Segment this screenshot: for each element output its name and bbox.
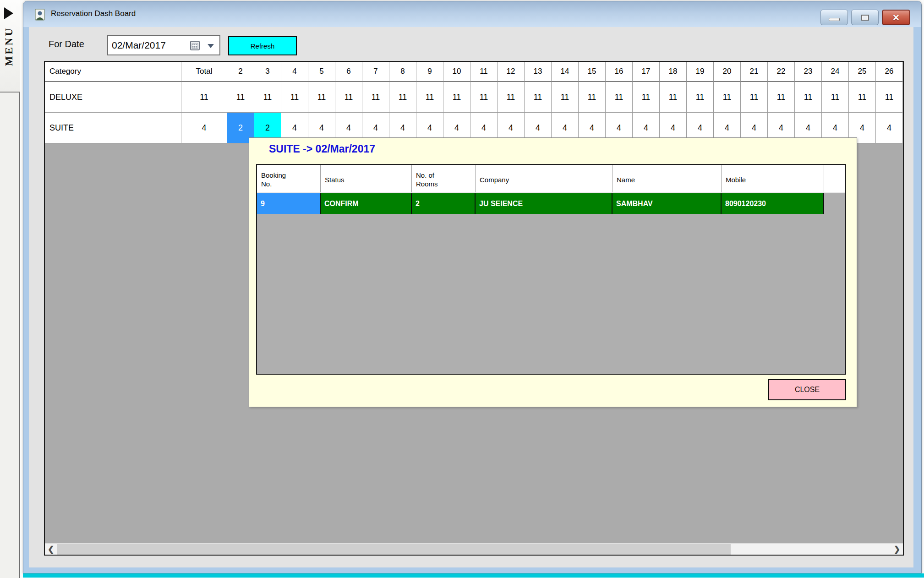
availability-cell[interactable]: 11	[552, 82, 579, 113]
availability-cell[interactable]: 11	[849, 82, 876, 113]
day-column-header: 22	[768, 62, 795, 82]
day-column-header: 19	[687, 62, 714, 82]
availability-cell[interactable]: 11	[254, 82, 281, 113]
day-column-header: 10	[443, 62, 470, 82]
availability-cell[interactable]: 11	[335, 82, 362, 113]
total-cell: 11	[181, 82, 227, 113]
day-column-header: 25	[849, 62, 876, 82]
refresh-button[interactable]: Refresh	[228, 36, 297, 55]
booking-row-header-cell[interactable]: 9	[257, 193, 321, 214]
availability-cell[interactable]: 4	[876, 113, 903, 143]
availability-cell[interactable]: 11	[416, 82, 443, 113]
grid-column-header: No. ofRooms	[412, 165, 476, 192]
availability-cell[interactable]: 11	[714, 82, 741, 113]
availability-header-row: CategoryTotal234567891011121314151617181…	[45, 62, 903, 82]
day-column-header: 17	[633, 62, 660, 82]
availability-cell[interactable]: 11	[795, 82, 822, 113]
scroll-right-arrow-icon[interactable]: ❯	[891, 544, 903, 555]
reservation-dashboard-window: Reservation Dash Board ✕ For Date 02/Mar…	[23, 1, 922, 573]
window-controls: ✕	[820, 10, 910, 25]
horizontal-scrollbar[interactable]: ❮ ❯	[45, 543, 903, 555]
day-column-header: 14	[552, 62, 579, 82]
booking-detail-popup: SUITE -> 02/Mar/2017 BookingNo.StatusNo.…	[249, 137, 857, 407]
availability-cell[interactable]: 11	[389, 82, 416, 113]
for-date-label: For Date	[49, 39, 84, 49]
day-column-header: 11	[470, 62, 498, 82]
day-column-header: 26	[876, 62, 903, 82]
day-column-header: 3	[254, 62, 281, 82]
booking-grid: BookingNo.StatusNo. ofRoomsCompanyNameMo…	[256, 164, 846, 375]
grid-column-header: Name	[612, 165, 722, 192]
availability-cell[interactable]: 11	[633, 82, 660, 113]
close-icon: ✕	[892, 12, 900, 23]
grid-column-header: Status	[321, 165, 412, 192]
total-cell: 4	[181, 113, 227, 143]
availability-cell[interactable]: 11	[741, 82, 768, 113]
availability-cell[interactable]: 11	[822, 82, 849, 113]
popup-close-button[interactable]: CLOSE	[768, 379, 846, 400]
day-column-header: 20	[714, 62, 741, 82]
booking-cell[interactable]: CONFIRM	[321, 193, 412, 214]
grid-column-header: Mobile	[722, 165, 824, 192]
day-column-header: 2	[227, 62, 254, 82]
availability-cell[interactable]: 11	[687, 82, 714, 113]
day-column-header: 7	[362, 62, 389, 82]
availability-cell[interactable]: 11	[308, 82, 335, 113]
availability-cell[interactable]: 11	[606, 82, 633, 113]
menu-panel: MENU	[0, 0, 20, 578]
minimize-button[interactable]	[820, 10, 848, 25]
date-picker[interactable]: 02/Mar/2017	[107, 35, 220, 55]
availability-cell[interactable]: 11	[281, 82, 308, 113]
booking-cell[interactable]: SAMBHAV	[612, 193, 722, 214]
availability-cell[interactable]: 11	[660, 82, 687, 113]
date-dropdown-arrow-icon[interactable]	[208, 44, 214, 48]
category-cell: DELUXE	[45, 82, 181, 113]
maximize-icon	[861, 15, 869, 21]
day-column-header: 9	[416, 62, 443, 82]
day-column-header: 24	[822, 62, 849, 82]
availability-cell[interactable]: 11	[227, 82, 254, 113]
booking-cell[interactable]: JU SEIENCE	[476, 193, 612, 214]
day-column-header: 23	[795, 62, 822, 82]
screen: MENU Reservation Dash Board ✕ For Date	[0, 0, 924, 578]
popup-title: SUITE -> 02/Mar/2017	[269, 143, 375, 155]
total-column-header: Total	[181, 62, 227, 82]
calendar-icon[interactable]	[190, 39, 201, 51]
menu-expand-arrow-icon	[4, 7, 13, 19]
booking-grid-header: BookingNo.StatusNo. ofRoomsCompanyNameMo…	[257, 165, 845, 193]
scrollbar-thumb[interactable]	[57, 544, 731, 555]
availability-cell[interactable]: 11	[498, 82, 525, 113]
category-column-header: Category	[45, 62, 181, 82]
availability-cell[interactable]: 11	[525, 82, 552, 113]
availability-grid: CategoryTotal234567891011121314151617181…	[45, 62, 903, 143]
grid-column-header: BookingNo.	[257, 165, 321, 192]
availability-cell[interactable]: 11	[579, 82, 606, 113]
day-column-header: 15	[579, 62, 606, 82]
minimize-icon	[829, 18, 840, 21]
availability-cell[interactable]: 11	[470, 82, 498, 113]
booking-row[interactable]: 9CONFIRM2JU SEIENCESAMBHAV8090120230	[257, 193, 845, 214]
close-window-button[interactable]: ✕	[882, 10, 910, 25]
day-column-header: 5	[308, 62, 335, 82]
booking-cell[interactable]: 2	[412, 193, 476, 214]
client-area: For Date 02/Mar/2017 Ref	[29, 27, 913, 567]
maximize-button[interactable]	[851, 10, 879, 25]
availability-cell[interactable]: 11	[876, 82, 903, 113]
scroll-left-arrow-icon[interactable]: ❮	[45, 544, 57, 555]
category-row: DELUXE1111111111111111111111111111111111…	[45, 82, 903, 113]
day-column-header: 13	[525, 62, 552, 82]
titlebar[interactable]: Reservation Dash Board ✕	[23, 1, 921, 27]
availability-cell[interactable]: 11	[362, 82, 389, 113]
bottom-accent-bar	[23, 573, 924, 578]
day-column-header: 6	[335, 62, 362, 82]
day-column-header: 12	[498, 62, 525, 82]
menu-tab[interactable]: MENU	[0, 0, 20, 93]
day-column-header: 4	[281, 62, 308, 82]
day-column-header: 8	[389, 62, 416, 82]
availability-cell[interactable]: 11	[443, 82, 470, 113]
availability-cell[interactable]: 11	[768, 82, 795, 113]
grid-column-header: Company	[476, 165, 612, 192]
booking-cell[interactable]: 8090120230	[722, 193, 824, 214]
day-column-header: 16	[606, 62, 633, 82]
day-column-header: 21	[741, 62, 768, 82]
